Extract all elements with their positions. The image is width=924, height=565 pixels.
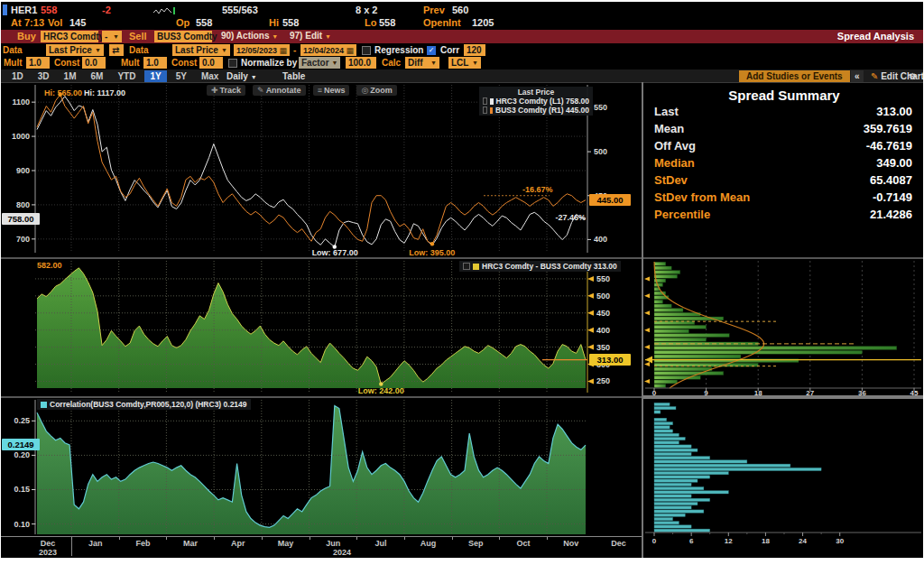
date-from-value: 12/05/2023	[236, 46, 277, 55]
actions-menu[interactable]: 90) Actions ▼	[221, 31, 278, 41]
buy-security-field[interactable]: HRC3 Comdty	[41, 31, 98, 42]
const2-field[interactable]: 0.0	[199, 57, 223, 69]
svg-text:12: 12	[725, 537, 733, 545]
axis-arrow-icon	[587, 310, 594, 316]
chart-annotation: 582.00	[37, 261, 62, 270]
divider	[1, 82, 923, 83]
axis-arrow-icon	[644, 328, 650, 332]
chart-tool-zoom[interactable]: ◎Zoom	[356, 85, 396, 96]
hist-bar	[654, 437, 685, 440]
chart-annotation: -16.67%	[522, 185, 553, 194]
chart-tool-news[interactable]: ≡News	[313, 85, 350, 96]
hist-bar	[654, 262, 666, 265]
month-label: May	[278, 539, 294, 548]
hist-bar	[654, 426, 670, 429]
extreme-dot	[430, 242, 434, 245]
legend-toggle[interactable]	[463, 263, 470, 270]
normalize-checkbox[interactable]	[228, 59, 237, 68]
range-tab-1y[interactable]: 1Y	[144, 70, 166, 82]
data2-select[interactable]: Last Price▼	[172, 44, 230, 56]
svg-text:18: 18	[762, 537, 770, 545]
caret-down-icon: ▼	[325, 33, 331, 40]
range-tab-6m[interactable]: 6M	[86, 70, 109, 82]
calc-select[interactable]: Diff▼	[405, 57, 439, 69]
chart-tool-annotate[interactable]: ✎Annotate	[253, 85, 306, 96]
correlation-histogram[interactable]: 0612182430	[643, 398, 923, 558]
month-label: Jun	[326, 539, 340, 548]
regression-checkbox[interactable]	[362, 46, 371, 55]
range-tab-max[interactable]: Max	[196, 70, 224, 82]
data1-select[interactable]: Last Price▼	[46, 44, 104, 56]
mult2-field[interactable]: 1.0	[143, 57, 167, 69]
gear-icon[interactable]: ⚙	[909, 70, 917, 82]
svg-text:0.10: 0.10	[14, 520, 30, 529]
data1-value: Last Price	[49, 45, 92, 55]
hist-bar	[654, 449, 698, 451]
add-studies-button[interactable]: Add Studies or Events	[739, 70, 850, 82]
spread-chart[interactable]: 250300350400450500550582.00Low: 242.00	[1, 259, 643, 396]
lcl-select[interactable]: LCL▼	[448, 57, 481, 69]
operator-dropdown[interactable]: -▼	[102, 31, 122, 42]
svg-text:400: 400	[596, 326, 610, 335]
prev-label: Prev	[423, 5, 445, 15]
axis-arrow-icon	[644, 345, 650, 349]
axis-arrow-icon	[587, 378, 594, 384]
factor-amount-field[interactable]: 100.0	[346, 57, 376, 69]
correlation-swatch-icon	[41, 402, 47, 408]
const1-field[interactable]: 0.0	[82, 57, 106, 69]
corr-checkbox[interactable]	[427, 46, 436, 55]
corr-window-field[interactable]: 120	[464, 44, 485, 56]
month-label: Jul	[374, 539, 386, 548]
legend-toggle[interactable]	[483, 107, 487, 114]
date-from-field[interactable]: 12/05/2023▦	[234, 44, 290, 56]
summary-row: StDev from Mean-0.7149	[645, 189, 923, 206]
table-tab[interactable]: Table	[282, 70, 305, 82]
spread-histogram[interactable]: 0918273645	[643, 259, 923, 396]
divider	[1, 396, 643, 398]
hist-bar	[654, 372, 724, 375]
hist-bar	[654, 430, 673, 432]
svg-text:800: 800	[16, 200, 30, 209]
lcl-value: LCL	[451, 58, 468, 68]
legend-toggle[interactable]	[483, 97, 487, 105]
factor-select[interactable]: Factor▼	[299, 57, 340, 69]
range-tab-ytd[interactable]: YTD	[112, 70, 141, 82]
date-to-field[interactable]: 12/04/2024▦	[300, 44, 356, 56]
axis-arrow-icon	[644, 310, 650, 315]
prev-value: 560	[452, 5, 468, 15]
range-tab-1m[interactable]: 1M	[59, 70, 82, 82]
collapse-chevrons-icon[interactable]: «	[851, 70, 864, 82]
range-tab-1d[interactable]: 1D	[6, 70, 29, 82]
correlation-legend: Correlation(BUS3 Comdty,PR005,120,0) (HR…	[37, 399, 251, 410]
sell-security-field[interactable]: BUS3 Comdty	[154, 31, 212, 42]
svg-text:700: 700	[16, 235, 30, 244]
svg-text:900: 900	[16, 166, 30, 175]
swap-button[interactable]: ⇄	[109, 44, 124, 56]
period-dropdown[interactable]: Daily ▼	[226, 70, 257, 82]
hist-bar	[654, 411, 661, 413]
ticker: HER1	[11, 5, 37, 15]
range-tab-3d[interactable]: 3D	[32, 70, 55, 82]
chart-tool-track[interactable]: ✚Track	[207, 85, 245, 96]
range-tab-5y[interactable]: 5Y	[171, 70, 192, 82]
vol-label: Vol	[48, 17, 62, 28]
op-label: Op	[176, 17, 189, 28]
vertical-divider	[642, 82, 643, 558]
change: -2	[102, 5, 111, 15]
bid-ask: 555/563	[222, 5, 258, 15]
edit-menu[interactable]: 97) Edit ▼	[290, 31, 331, 41]
hist-bar	[654, 325, 707, 329]
news-icon: ≡	[318, 86, 322, 95]
last-price-badge-left: 758.00	[2, 213, 40, 225]
hist-bar	[654, 495, 691, 497]
caret-down-icon: ▼	[332, 60, 338, 66]
svg-text:550: 550	[594, 103, 607, 112]
hist-bar	[654, 460, 747, 463]
axis-arrow-icon	[644, 362, 650, 366]
correlation-chart[interactable]: 0.100.150.200.25	[1, 398, 643, 536]
month-label: Dec	[611, 539, 626, 548]
mult1-field[interactable]: 1.0	[26, 57, 50, 69]
hist-bar	[654, 338, 707, 341]
date-dash: -	[293, 45, 296, 55]
last-price-badge-right: 445.00	[589, 194, 631, 206]
